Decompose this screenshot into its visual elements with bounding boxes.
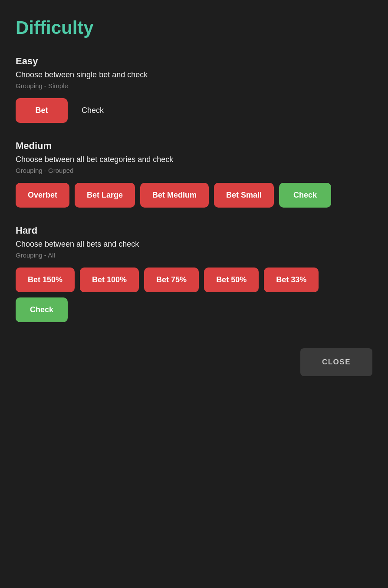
btn-hard-4[interactable]: Bet 33% xyxy=(264,268,319,292)
section-description-hard: Choose between all bets and check xyxy=(16,240,372,249)
close-button[interactable]: CLOSE xyxy=(300,348,372,376)
section-description-easy: Choose between single bet and check xyxy=(16,70,372,79)
btn-hard-1[interactable]: Bet 100% xyxy=(80,268,139,292)
btn-medium-3[interactable]: Bet Small xyxy=(214,183,274,208)
btn-medium-1[interactable]: Bet Large xyxy=(75,183,135,208)
section-title-easy: Easy xyxy=(16,56,372,67)
section-description-medium: Choose between all bet categories and ch… xyxy=(16,155,372,164)
buttons-grid-medium: OverbetBet LargeBet MediumBet SmallCheck xyxy=(16,183,372,208)
buttons-grid-hard: Bet 150%Bet 100%Bet 75%Bet 50%Bet 33%Che… xyxy=(16,268,372,322)
section-easy: EasyChoose between single bet and checkG… xyxy=(16,56,372,123)
btn-medium-4[interactable]: Check xyxy=(279,183,331,208)
btn-hard-3[interactable]: Bet 50% xyxy=(204,268,259,292)
page-title: Difficulty xyxy=(16,17,372,38)
btn-medium-0[interactable]: Overbet xyxy=(16,183,69,208)
bottom-bar: CLOSE xyxy=(16,348,372,376)
section-hard: HardChoose between all bets and checkGro… xyxy=(16,225,372,322)
btn-hard-5[interactable]: Check xyxy=(16,297,68,322)
section-grouping-hard: Grouping - All xyxy=(16,251,372,259)
buttons-grid-easy: BetCheck xyxy=(16,98,372,123)
section-title-medium: Medium xyxy=(16,140,372,152)
btn-hard-2[interactable]: Bet 75% xyxy=(144,268,199,292)
section-medium: MediumChoose between all bet categories … xyxy=(16,140,372,208)
btn-hard-0[interactable]: Bet 150% xyxy=(16,268,75,292)
btn-easy-1[interactable]: Check xyxy=(73,98,112,123)
section-grouping-easy: Grouping - Simple xyxy=(16,82,372,89)
section-title-hard: Hard xyxy=(16,225,372,236)
btn-medium-2[interactable]: Bet Medium xyxy=(140,183,209,208)
section-grouping-medium: Grouping - Grouped xyxy=(16,167,372,174)
btn-easy-0[interactable]: Bet xyxy=(16,98,68,123)
